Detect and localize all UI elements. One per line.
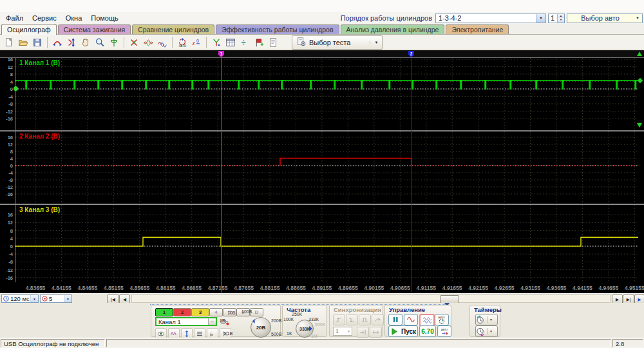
sync-span-icon bbox=[370, 327, 382, 338]
chevron-down-icon[interactable]: ▼ bbox=[30, 295, 38, 302]
toolbar-zero-offset-button[interactable]: z0 bbox=[189, 35, 204, 50]
frequency-scale-label: 1К bbox=[287, 331, 292, 336]
timer-cw-button[interactable]: ▼ bbox=[475, 314, 498, 325]
trace-marker-icon[interactable] bbox=[637, 52, 642, 56]
channel-button-3[interactable]: 3 bbox=[191, 308, 209, 316]
waves-overlay-icon bbox=[157, 37, 167, 48]
toolbar-icons: АВТОz0÷ bbox=[2, 35, 280, 50]
panel-separator bbox=[0, 130, 644, 131]
tab-strip: ОсциллографСистема зажиганияСравнение ци… bbox=[0, 24, 644, 35]
toolbar-waves-overlay-button[interactable] bbox=[155, 35, 169, 50]
channel-select-combo[interactable]: Канал 1 – bbox=[155, 317, 217, 326]
cursor-2-line[interactable] bbox=[411, 58, 412, 293]
tab-система-зажигания[interactable]: Система зажигания bbox=[58, 24, 131, 34]
save-icon bbox=[32, 37, 43, 48]
y-tick-label: 16 bbox=[0, 212, 13, 218]
toolbar-waves-compare-button[interactable] bbox=[141, 35, 155, 50]
chevron-down-icon[interactable]: ▼ bbox=[536, 14, 545, 23]
voltage-scale-label: 500В bbox=[271, 332, 281, 336]
cursor-1-line[interactable] bbox=[221, 58, 222, 293]
frequency-scale-label: 500К bbox=[315, 322, 325, 327]
chevron-down-icon[interactable]: ▼ bbox=[633, 14, 642, 23]
channel-combo-button[interactable]: – bbox=[208, 318, 216, 325]
frequency-knob-value: 333К bbox=[299, 327, 310, 331]
cursor-ruler[interactable]: 12 bbox=[0, 50, 644, 58]
auto-step-button[interactable]: АВТО bbox=[437, 325, 451, 337]
toolbar-table-button[interactable] bbox=[223, 35, 238, 50]
toolbar-probe-button[interactable] bbox=[107, 35, 121, 50]
chevron-down-icon[interactable]: ▼ bbox=[370, 41, 378, 44]
voltage-scale-label: 1В bbox=[220, 318, 225, 323]
tab-сравнение-цилиндров[interactable]: Сравнение цилиндров bbox=[132, 24, 214, 34]
toolbar-save-button[interactable] bbox=[30, 35, 44, 50]
spinner-arrows[interactable]: ▲▼ bbox=[557, 14, 564, 23]
menu-помощь[interactable]: Помощь bbox=[86, 14, 123, 23]
toolbar-auto-scale-button[interactable]: АВТО bbox=[175, 35, 189, 50]
channel-3-panel[interactable]: 3 Канал 3 (В)1612840-4-8-12-16 bbox=[0, 205, 644, 282]
tab-эффективность-работы-цилиндров[interactable]: Эффективность работы цилиндров bbox=[216, 24, 339, 34]
timers-group: Таймеры ▼▼ bbox=[469, 305, 500, 337]
cursor-1-flag[interactable]: 1 bbox=[218, 51, 224, 57]
scroll-track[interactable] bbox=[131, 295, 611, 303]
channel-1-panel[interactable]: 1 Канал 1 (В)1612840-4-8-12-16 bbox=[0, 58, 644, 130]
toolbar-filter-button[interactable] bbox=[209, 35, 223, 50]
timers-title: Таймеры bbox=[474, 306, 502, 313]
toolbar-divide-button[interactable]: ÷ bbox=[238, 35, 252, 50]
gauge-auto-button[interactable]: АВТО bbox=[435, 314, 449, 325]
flag-icon bbox=[254, 37, 264, 48]
channel-button-4[interactable]: 4 bbox=[209, 308, 223, 316]
voltage-knob-value: 20В bbox=[256, 325, 266, 331]
auto-select-combo[interactable]: Выбор авто ▼ bbox=[567, 14, 643, 23]
y-tick-label: 16 bbox=[0, 135, 13, 140]
averaging-combo[interactable]: 5 ▼ bbox=[40, 295, 72, 303]
toolbar-new-document-button[interactable] bbox=[2, 35, 16, 50]
test-select-button[interactable]: Выбор теста ▼ bbox=[292, 35, 383, 50]
tab-осциллограф[interactable]: Осциллограф bbox=[1, 24, 57, 35]
oscilloscope-display[interactable]: 12 4.836554.841554.846554.851554.856554.… bbox=[0, 50, 644, 293]
y-tick-label: -4 bbox=[0, 94, 13, 100]
chevron-down-icon[interactable]: ▼ bbox=[64, 295, 71, 302]
multiwave-button[interactable] bbox=[419, 314, 435, 327]
run-control-group: Управление АВТО Пуск6.70АВТО bbox=[384, 305, 451, 337]
toolbar-horizontal-scale-button[interactable] bbox=[50, 35, 64, 50]
toolbar-vertical-scale-button[interactable] bbox=[64, 35, 79, 50]
toolbar-separator bbox=[172, 37, 173, 48]
timer-ccw-button[interactable]: ▼ bbox=[475, 325, 498, 337]
measure-value[interactable]: 6.70 bbox=[419, 325, 436, 337]
sync-delay-icon bbox=[357, 327, 369, 338]
run-button[interactable]: Пуск bbox=[388, 325, 418, 337]
divide-icon: ÷ bbox=[240, 37, 250, 48]
toolbar-hand-button[interactable] bbox=[79, 35, 93, 50]
toolbar-open-folder-button[interactable] bbox=[16, 35, 30, 50]
voltage-scale-label: 100В bbox=[242, 309, 252, 314]
channel-button-1[interactable]: 1 bbox=[155, 308, 173, 316]
svg-text:fx: fx bbox=[210, 331, 213, 336]
toolbar-report-button[interactable] bbox=[266, 35, 280, 50]
open-folder-icon bbox=[18, 37, 28, 48]
tab-электропитание[interactable]: Электропитание bbox=[446, 24, 509, 34]
frequency-group: Частота 333К 250К100К333К500К1К1М bbox=[282, 305, 327, 337]
trace-marker-icon[interactable] bbox=[14, 86, 18, 91]
y-tick-label: 4 bbox=[0, 79, 13, 85]
averaging-value: 5 bbox=[49, 295, 64, 302]
cylinder-number-spinner[interactable]: 1 ▲▼ bbox=[548, 14, 565, 23]
sine-button[interactable] bbox=[404, 314, 418, 325]
cursor-2-flag[interactable]: 2 bbox=[408, 51, 414, 57]
menu-файл[interactable]: Файл bbox=[1, 14, 28, 23]
tab-анализ-давления-в-цилиндре[interactable]: Анализ давления в цилиндре bbox=[341, 24, 445, 34]
cylinder-order-combo[interactable]: 1-3-4-2 ▼ bbox=[435, 14, 546, 23]
toolbar-flag-button[interactable] bbox=[252, 35, 266, 50]
channel-2-panel[interactable]: 2 Канал 2 (В)1612840-4-8-12-16 bbox=[0, 131, 644, 204]
filter-icon bbox=[211, 37, 222, 48]
time-per-div-combo[interactable]: 120 мс ▼ bbox=[1, 295, 39, 303]
marker-cross-icon bbox=[129, 37, 139, 48]
trace-marker-icon[interactable] bbox=[637, 123, 642, 128]
menu-сервис[interactable]: Сервис bbox=[28, 14, 61, 23]
toolbar-zoom-button[interactable] bbox=[93, 35, 107, 50]
cylinder-number-value: 1 bbox=[549, 14, 557, 23]
menu-окна[interactable]: Окна bbox=[61, 14, 87, 23]
channel-button-2[interactable]: 2 bbox=[173, 308, 191, 316]
voltage-knob[interactable]: 20В bbox=[251, 317, 271, 338]
toolbar-marker-cross-button[interactable] bbox=[127, 35, 141, 50]
pause-button[interactable] bbox=[388, 314, 402, 325]
